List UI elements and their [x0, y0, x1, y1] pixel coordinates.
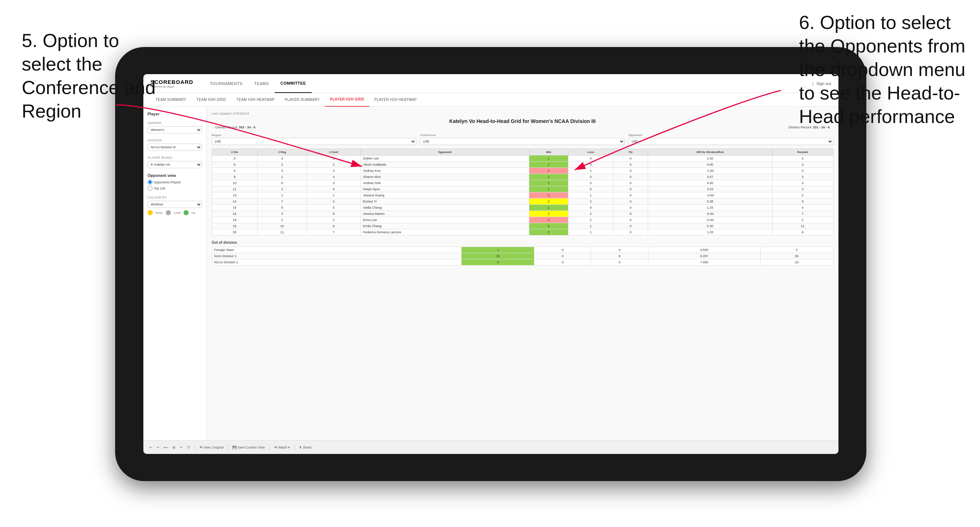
sub-nav-team-h2h-heatmap[interactable]: TEAM H2H HEATMAP	[231, 93, 280, 107]
sidebar-player-rank-select[interactable]: 8. Katelyn Vo	[148, 161, 202, 168]
dot-down	[148, 210, 153, 215]
sub-nav-player-h2h-heatmap[interactable]: PLAYER H2H HEATMAP	[369, 93, 422, 107]
cell-conf: 6	[307, 211, 361, 217]
dot-level-label: Level	[174, 211, 181, 214]
ood-cell-opponent: NAIA Division 1	[212, 253, 461, 259]
cell-win: 1	[529, 211, 568, 217]
cell-tie: 0	[613, 205, 648, 211]
out-of-division-table: Foreign Team 1 0 0 4.500 2 NAIA Division…	[212, 247, 834, 265]
table-row: 18 2 2 Euna Lee 0 2 0 -5.00 2	[212, 217, 833, 223]
ood-cell-loss: 0	[535, 253, 591, 259]
cell-loss: 2	[568, 217, 613, 223]
cell-conf: 4	[307, 198, 361, 205]
nav-items: TOURNAMENTS TEAMS COMMITTEE	[204, 74, 312, 93]
cell-loss: 0	[568, 186, 613, 192]
dot-down-label: Down	[156, 211, 163, 214]
cell-reg: 11	[258, 229, 307, 235]
cell-win: 0	[529, 192, 568, 198]
sidebar-opponent-view-label: Opponent view	[148, 173, 202, 178]
toolbar-undo[interactable]: ↩	[149, 446, 152, 449]
cell-loss: 0	[568, 162, 613, 168]
radio-opponents-played-label: Opponents Played	[154, 181, 181, 184]
cell-loss: 1	[568, 168, 613, 174]
nav-teams[interactable]: TEAMS	[248, 74, 274, 93]
filter-conference-select[interactable]: (All)	[420, 138, 625, 145]
radio-opponents-played[interactable]: Opponents Played	[148, 180, 202, 184]
cell-reg: 1	[258, 174, 307, 180]
nav-committee[interactable]: COMMITTEE	[275, 74, 312, 93]
cell-diff: -3.00	[648, 192, 772, 198]
bottom-toolbar: ↩ ↪ ⟵ ⊞ ✂ ⏱ 👁 View: Original 💾 Save Cust…	[143, 440, 838, 454]
cell-loss: 2	[568, 211, 613, 217]
ood-cell-loss: 0	[535, 247, 591, 253]
cell-div: 19	[212, 223, 258, 229]
cell-loss: 0	[568, 156, 613, 162]
toolbar-divider4	[294, 444, 295, 451]
cell-div: 18	[212, 217, 258, 223]
toolbar-save-custom[interactable]: 💾 Save Custom View	[232, 446, 265, 449]
cell-div: 13	[212, 192, 258, 198]
sub-nav-player-h2h-grid[interactable]: PLAYER H2H GRID	[325, 93, 369, 107]
main-data-table: # Div # Reg # Conf Opponent Win Loss Tie…	[212, 149, 834, 235]
cell-rounds: 4	[772, 205, 833, 211]
radio-top100-label: Top 100	[154, 187, 165, 190]
top-nav: SCOREBOARD Powered by clippd TOURNAMENTS…	[143, 74, 838, 93]
overall-record-value: 353 - 34 - 6	[239, 125, 256, 129]
cell-rounds: 3	[772, 168, 833, 174]
cell-reg: 6	[258, 180, 307, 186]
cell-conf: 3	[307, 168, 361, 174]
cell-div: 11	[212, 186, 258, 192]
cell-rounds: 3	[772, 174, 833, 180]
cell-win: 1	[529, 162, 568, 168]
toolbar-clock[interactable]: ⏱	[187, 446, 191, 449]
cell-diff: 0.38	[648, 198, 772, 205]
toolbar-back[interactable]: ⟵	[164, 446, 168, 449]
toolbar-redo1[interactable]: ↪	[156, 446, 159, 449]
toolbar-view-original[interactable]: 👁 View: Original	[199, 446, 224, 449]
ood-cell-rounds: 2	[760, 247, 833, 253]
table-row: 20 11 7 Federica Domecq Lacroze 2 1 0 1.…	[212, 229, 833, 235]
cell-win: 2	[529, 180, 568, 186]
cell-rounds: 4	[772, 156, 833, 162]
cell-rounds: 2	[772, 192, 833, 198]
cell-conf: 1	[307, 156, 361, 162]
cell-opponent: Alexis Sudjianto	[361, 162, 529, 168]
table-row: 13 1 1 Jessica Huang 0 1 0 -3.00 2	[212, 192, 833, 198]
sidebar-section-gender: Gender Women's	[148, 121, 202, 133]
radio-top100-input[interactable]	[148, 186, 153, 190]
sidebar-division-select[interactable]: NCAA Division III	[148, 144, 202, 151]
ood-cell-win: 1	[461, 247, 535, 253]
cell-rounds: 3	[772, 162, 833, 168]
ood-cell-diff: 9.267	[648, 253, 760, 259]
nav-tournaments[interactable]: TOURNAMENTS	[204, 74, 248, 93]
cell-win: 0	[529, 168, 568, 174]
table-header-row: # Div # Reg # Conf Opponent Win Loss Tie…	[212, 149, 833, 156]
toolbar-crop[interactable]: ✂	[180, 446, 183, 449]
col-rounds: Rounds	[772, 149, 833, 156]
cell-reg: 8	[258, 205, 307, 211]
cell-tie: 0	[613, 162, 648, 168]
cell-win: 0	[529, 217, 568, 223]
cell-diff: 0.30	[648, 223, 772, 229]
ood-cell-rounds: 30	[760, 253, 833, 259]
toolbar-grid[interactable]: ⊞	[173, 446, 176, 449]
cell-diff: -5.00	[648, 217, 772, 223]
col-opponent: Opponent	[361, 149, 529, 156]
dot-level	[166, 210, 171, 215]
toolbar-share[interactable]: ⬆ Share	[299, 446, 312, 449]
cell-tie: 0	[613, 168, 648, 174]
filter-row: Region (All) Conference (All) Opponent	[212, 133, 834, 145]
out-of-division-header: Out of division	[212, 241, 834, 244]
filter-region-label: Region	[212, 133, 417, 137]
filter-region-select[interactable]: (All)	[212, 138, 417, 145]
sidebar-colour-by-select[interactable]: Win/loss	[148, 201, 202, 208]
filter-opponent-select[interactable]: (All)	[628, 138, 834, 145]
cell-diff: 1.50	[648, 156, 772, 162]
radio-opponents-played-input[interactable]	[148, 180, 153, 184]
toolbar-watch[interactable]: 👁 Watch ▾	[274, 446, 290, 449]
sidebar-gender-select[interactable]: Women's	[148, 126, 202, 133]
radio-top100[interactable]: Top 100	[148, 186, 202, 190]
sub-nav-team-h2h-grid[interactable]: TEAM H2H GRID	[191, 93, 231, 107]
sub-nav-player-summary[interactable]: PLAYER SUMMARY	[280, 93, 325, 107]
col-win: Win	[529, 149, 568, 156]
